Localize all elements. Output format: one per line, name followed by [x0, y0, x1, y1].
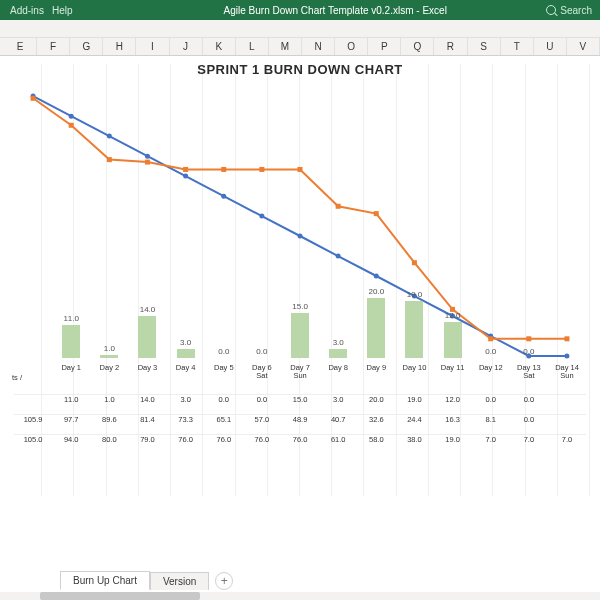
search-box[interactable]: Search — [546, 0, 592, 20]
bar-slot: 20.0 — [357, 286, 395, 358]
bar-slot: 0.0 — [510, 286, 548, 358]
data-cell: 97.7 — [52, 415, 90, 426]
column-header[interactable]: L — [236, 38, 269, 55]
search-placeholder: Search — [560, 5, 592, 16]
bar-slot: 11.0 — [52, 286, 90, 358]
data-cell: 58.0 — [357, 435, 395, 446]
data-cell: 76.0 — [205, 435, 243, 446]
data-table-row-2: 105.997.789.681.473.365.157.048.940.732.… — [14, 414, 586, 426]
column-header[interactable]: V — [567, 38, 600, 55]
bar-slot: 14.0 — [128, 286, 166, 358]
menu-help[interactable]: Help — [52, 5, 73, 16]
data-cell: 0.0 — [510, 395, 548, 406]
bar-label: 15.0 — [292, 302, 308, 311]
column-header[interactable]: K — [203, 38, 236, 55]
x-tick-label: Day 3 — [128, 363, 166, 382]
bar-label: 0.0 — [218, 347, 229, 356]
data-cell: 81.4 — [128, 415, 166, 426]
document-title: Agile Burn Down Chart Template v0.2.xlsm… — [224, 5, 447, 16]
bar — [177, 349, 195, 358]
bar-slot: 3.0 — [167, 286, 205, 358]
column-header[interactable]: R — [434, 38, 467, 55]
column-headers: EFGHIJKLMNOPQRSTUV — [0, 38, 600, 56]
bar-slot: 0.0 — [472, 286, 510, 358]
data-cell: 0.0 — [472, 395, 510, 406]
column-header[interactable]: I — [136, 38, 169, 55]
sheet-tab[interactable]: Version — [150, 572, 209, 590]
data-cell: 0.0 — [510, 415, 548, 426]
column-header[interactable]: H — [103, 38, 136, 55]
data-cell: 94.0 — [52, 435, 90, 446]
column-header[interactable]: S — [468, 38, 501, 55]
data-cell: 38.0 — [395, 435, 433, 446]
data-cell: 105.9 — [14, 415, 52, 426]
data-cell: 105.0 — [14, 435, 52, 446]
bar — [444, 322, 462, 358]
data-cell: 0.0 — [205, 395, 243, 406]
x-tick-label: Day 5 — [205, 363, 243, 382]
x-tick-label: Day 10 — [395, 363, 433, 382]
x-tick-label: Day 2 — [90, 363, 128, 382]
column-header[interactable]: U — [534, 38, 567, 55]
data-cell: 89.6 — [90, 415, 128, 426]
x-tick-label: Day 1 — [52, 363, 90, 382]
bar-slot: 1.0 — [90, 286, 128, 358]
bar-slot: 0.0 — [205, 286, 243, 358]
bar-slot: 0.0 — [243, 286, 281, 358]
bar — [138, 316, 156, 358]
bar-label: 0.0 — [485, 347, 496, 356]
sheet-tab[interactable]: Burn Up Chart — [60, 571, 150, 590]
data-cell — [548, 395, 586, 406]
plot: 11.01.014.03.00.00.015.03.020.019.012.00… — [14, 86, 586, 496]
line-marker — [145, 154, 150, 159]
column-header[interactable]: O — [335, 38, 368, 55]
add-sheet-button[interactable]: + — [215, 572, 233, 590]
x-tick-label: Day 7Sun — [281, 363, 319, 382]
bar — [329, 349, 347, 358]
bar-slot — [14, 286, 52, 358]
line-marker — [107, 134, 112, 139]
column-header[interactable]: Q — [401, 38, 434, 55]
data-cell: 19.0 — [395, 395, 433, 406]
data-cell — [14, 395, 52, 406]
bar-label: 0.0 — [523, 347, 534, 356]
column-header[interactable]: T — [501, 38, 534, 55]
data-cell — [548, 415, 586, 426]
column-header[interactable]: P — [368, 38, 401, 55]
column-header[interactable]: E — [4, 38, 37, 55]
line-marker — [145, 160, 150, 165]
x-tick-label: Day 9 — [357, 363, 395, 382]
chart-title: SPRINT 1 BURN DOWN CHART — [0, 62, 600, 77]
bar-label: 14.0 — [140, 305, 156, 314]
data-cell: 57.0 — [243, 415, 281, 426]
bar-slot: 3.0 — [319, 286, 357, 358]
data-cell: 7.0 — [510, 435, 548, 446]
column-header[interactable]: J — [170, 38, 203, 55]
data-table-row-3: 105.094.080.079.076.076.076.076.061.058.… — [14, 434, 586, 446]
column-header[interactable]: N — [302, 38, 335, 55]
column-header[interactable]: G — [70, 38, 103, 55]
line-marker — [107, 157, 112, 162]
data-cell: 32.6 — [357, 415, 395, 426]
horizontal-scrollbar[interactable] — [0, 592, 600, 600]
data-cell: 73.3 — [167, 415, 205, 426]
x-tick-label: Day 11 — [434, 363, 472, 382]
column-header[interactable]: M — [269, 38, 302, 55]
bar-slot: 15.0 — [281, 286, 319, 358]
bar-slot: 19.0 — [395, 286, 433, 358]
line-marker — [69, 123, 74, 128]
row-label-points: ts / — [12, 373, 42, 382]
scroll-thumb[interactable] — [40, 592, 200, 600]
sheet-tabs: Burn Up ChartVersion+ — [60, 571, 233, 590]
line-marker — [259, 167, 264, 172]
bar-label: 3.0 — [333, 338, 344, 347]
data-cell: 76.0 — [167, 435, 205, 446]
bar — [405, 301, 423, 358]
data-cell: 3.0 — [319, 395, 357, 406]
column-header[interactable]: F — [37, 38, 70, 55]
line-marker — [336, 204, 341, 209]
line-marker — [259, 214, 264, 219]
data-cell: 76.0 — [281, 435, 319, 446]
menu-addins[interactable]: Add-ins — [10, 5, 44, 16]
line-marker — [412, 260, 417, 265]
